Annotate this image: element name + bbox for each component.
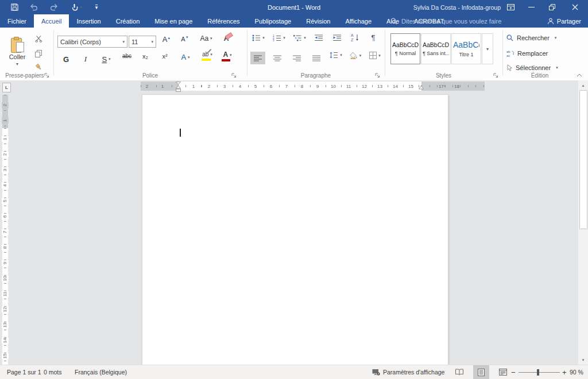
- replace-button[interactable]: abac Remplacer: [506, 49, 548, 57]
- styles-gallery-more-button[interactable]: ▾: [482, 33, 493, 64]
- vertical-scrollbar[interactable]: ▲ ▼: [578, 80, 588, 365]
- vertical-ruler[interactable]: 21123456789101112131415: [2, 95, 9, 365]
- justify-icon: [312, 55, 321, 61]
- ribbon-display-options-button[interactable]: [502, 0, 519, 14]
- borders-icon: [369, 52, 377, 59]
- decrease-indent-button[interactable]: [311, 34, 326, 41]
- touch-pointer-icon: [72, 3, 78, 11]
- tell-me-search[interactable]: Dites-nous ce que vous voulez faire: [390, 14, 501, 28]
- font-color-button[interactable]: A: [218, 52, 237, 58]
- strikethrough-button[interactable]: abc: [119, 53, 134, 59]
- change-case-button[interactable]: Aa: [198, 34, 215, 42]
- zoom-slider[interactable]: [519, 372, 560, 373]
- language-indicator[interactable]: Français (Belgique): [75, 365, 127, 379]
- italic-button[interactable]: I: [79, 53, 92, 65]
- scroll-up-button[interactable]: ▲: [578, 80, 588, 90]
- redo-button[interactable]: [47, 0, 61, 14]
- read-mode-button[interactable]: [451, 365, 467, 379]
- tab-mise-en-page[interactable]: Mise en page: [147, 14, 200, 28]
- tab-references[interactable]: Références: [200, 14, 247, 28]
- text-effects-button[interactable]: A: [177, 53, 194, 61]
- justify-button[interactable]: [309, 52, 324, 64]
- zoom-level[interactable]: 90 %: [570, 365, 583, 379]
- paste-button[interactable]: Coller ▾: [5, 31, 30, 72]
- title-bar: ▾ Document1 - Word Sylvia Da Costa - Inf…: [0, 0, 588, 14]
- paragraph-dialog-launcher[interactable]: [374, 72, 381, 79]
- scrollbar-thumb[interactable]: [579, 90, 587, 229]
- redo-icon: [50, 3, 59, 11]
- right-indent-marker[interactable]: [419, 85, 424, 90]
- save-button[interactable]: [7, 0, 21, 14]
- ruler-number: 3: [222, 84, 227, 89]
- svg-text:A: A: [351, 33, 354, 37]
- bold-button[interactable]: G: [60, 53, 72, 65]
- restore-button[interactable]: [543, 0, 560, 14]
- ruler-number: 18: [454, 84, 459, 89]
- word-count[interactable]: 0 mots: [44, 365, 62, 379]
- indent-markers[interactable]: [176, 82, 181, 92]
- style-preview: AaBbCcDc: [392, 41, 419, 48]
- tab-publipostage[interactable]: Publipostage: [247, 14, 299, 28]
- close-button[interactable]: [566, 0, 583, 14]
- tab-revision[interactable]: Révision: [299, 14, 338, 28]
- account-name[interactable]: Sylvia Da Costa - Infodata-group: [413, 0, 501, 14]
- clipboard-dialog-launcher[interactable]: [44, 72, 50, 79]
- minimize-button[interactable]: [523, 0, 540, 14]
- sort-button[interactable]: AZ: [347, 33, 363, 41]
- tab-accueil[interactable]: Accueil: [34, 14, 69, 28]
- select-button[interactable]: Sélectionner: [506, 64, 558, 71]
- tab-fichier[interactable]: Fichier: [0, 14, 34, 28]
- style-sans-interligne[interactable]: AaBbCcDc ¶ Sans int...: [421, 33, 451, 64]
- highlight-color-button[interactable]: ab: [198, 52, 217, 57]
- copy-button[interactable]: [32, 48, 45, 59]
- shrink-font-button[interactable]: A▼: [178, 34, 192, 42]
- ruler-number: 2: [145, 84, 149, 89]
- multilevel-list-button[interactable]: [292, 34, 308, 41]
- underline-button[interactable]: S: [98, 53, 115, 65]
- cut-button[interactable]: [32, 33, 45, 44]
- format-painter-button[interactable]: [32, 62, 45, 72]
- show-formatting-marks-button[interactable]: ¶: [366, 33, 380, 42]
- subscript-button[interactable]: x₂: [138, 53, 153, 60]
- styles-dialog-launcher[interactable]: [493, 72, 499, 79]
- style-titre-1[interactable]: AaBbCc Titre 1: [451, 33, 481, 64]
- horizontal-ruler[interactable]: 211234567891011121314151718: [141, 82, 485, 91]
- zoom-slider-thumb[interactable]: [537, 369, 539, 376]
- borders-button[interactable]: [366, 52, 384, 59]
- increase-indent-button[interactable]: [330, 34, 345, 41]
- customize-quick-access-button[interactable]: ▾: [91, 0, 102, 14]
- zoom-out-button[interactable]: −: [511, 365, 516, 379]
- numbering-button[interactable]: 123: [271, 34, 287, 41]
- line-spacing-button[interactable]: [327, 52, 345, 59]
- tab-insertion[interactable]: Insertion: [69, 14, 108, 28]
- decrease-indent-icon: [315, 34, 323, 41]
- align-left-button[interactable]: [250, 52, 265, 64]
- collapse-ribbon-button[interactable]: [574, 71, 585, 79]
- find-button[interactable]: Rechercher: [506, 34, 556, 41]
- tab-creation[interactable]: Création: [109, 14, 148, 28]
- scroll-down-button[interactable]: ▼: [578, 355, 588, 365]
- page-count[interactable]: Page 1 sur 1: [7, 365, 41, 379]
- clear-formatting-button[interactable]: A: [219, 34, 233, 42]
- group-separator: [247, 30, 247, 76]
- style-normal[interactable]: AaBbCcDc ¶ Normal: [390, 33, 420, 64]
- font-name-combobox[interactable]: Calibri (Corps)▾: [57, 36, 127, 48]
- font-dialog-launcher[interactable]: [231, 72, 237, 79]
- bullets-button[interactable]: [250, 34, 266, 41]
- tab-affichage[interactable]: Affichage: [338, 14, 379, 28]
- display-settings-button[interactable]: Paramètres d'affichage: [372, 365, 444, 379]
- align-right-button[interactable]: [289, 52, 304, 64]
- print-layout-button[interactable]: [473, 365, 489, 379]
- touch-mode-button[interactable]: [68, 0, 86, 14]
- zoom-in-button[interactable]: +: [562, 365, 567, 379]
- document-page[interactable]: [142, 95, 448, 365]
- tab-stop-selector[interactable]: L: [2, 83, 11, 92]
- shading-button[interactable]: [347, 52, 364, 59]
- font-size-combobox[interactable]: 11▾: [129, 36, 156, 48]
- align-center-button[interactable]: [270, 52, 285, 64]
- undo-button[interactable]: [26, 0, 40, 14]
- superscript-button[interactable]: x²: [157, 53, 172, 60]
- web-layout-button[interactable]: [495, 365, 511, 379]
- share-button[interactable]: Partager: [547, 14, 581, 28]
- grow-font-button[interactable]: A▲: [160, 34, 173, 43]
